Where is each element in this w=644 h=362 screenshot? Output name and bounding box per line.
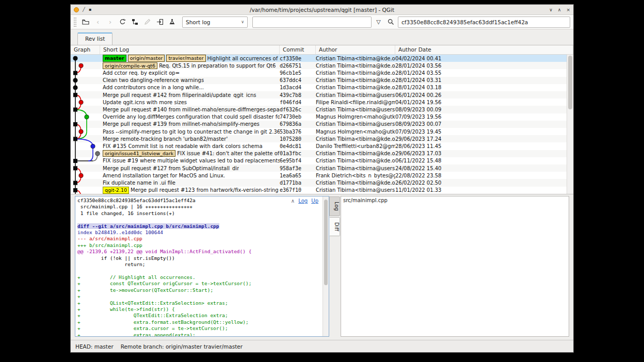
commit-subject: Merge pull request #139 from millnet-mah… [103, 121, 260, 127]
rev-row[interactable]: origin/issue41_listview_darkFIX issue #4… [71, 150, 573, 157]
refresh-button[interactable] [117, 17, 128, 28]
rev-row[interactable]: Merge pull request #140 from millnet-mah… [71, 106, 573, 113]
commit-sha: 6e95bf4 [280, 158, 316, 163]
rev-list-panel: Graph Short Log Commit Author Author Dat… [71, 45, 573, 194]
up-link[interactable]: Up [311, 198, 318, 204]
rev-row[interactable]: Fix duplicate name in .ui filed1771baCri… [71, 179, 573, 186]
rev-row[interactable]: FIX issue #19 where multiple widget valu… [71, 157, 573, 164]
commit-subject: Merge pull request #127 from SubOptimal/… [103, 166, 239, 171]
diff-line: + extras.append(extra); [77, 332, 321, 337]
statusbar-remote: Remote branch: origin/master travier/mas… [121, 343, 243, 350]
log-link[interactable]: Log [298, 198, 308, 204]
commit-date: 26/02/2022 02.50 [395, 180, 573, 186]
commit-subject: Amend installation target for MacOS and … [103, 173, 225, 178]
rev-row[interactable]: Add contributors once in a long while...… [71, 84, 573, 91]
rev-subject-cell: Merge pull request #139 from millnet-mah… [100, 121, 280, 127]
column-header-author-date[interactable]: Author Date [395, 45, 573, 54]
forward-button[interactable]: › [105, 17, 116, 28]
back-button[interactable]: ‹ [92, 17, 103, 28]
rev-subject-cell: qgit-2.10Merge pull request #123 from ha… [100, 187, 280, 194]
rev-list-scrollbar[interactable] [567, 55, 573, 194]
checkout-exit-button[interactable] [154, 17, 165, 28]
commit-author: Frank Dietrich<bits_n_bytes@gmx.... [316, 173, 395, 178]
tree-view-button[interactable] [130, 17, 140, 28]
collapse-caret-icon[interactable]: ∧ [291, 198, 295, 204]
commit-date: 07/09/2023 19.56 [395, 114, 573, 120]
rev-row[interactable]: FIX #135 Commit list is not readable wit… [71, 142, 573, 150]
funnel-icon: ▽ [376, 19, 380, 25]
commit-author: Cristian Tibirna<tibirna@users.nor... [316, 107, 395, 112]
diff-scrollbar-thumb[interactable] [324, 200, 328, 285]
commit-sha: d266751 [280, 63, 316, 69]
rev-subject-cell: Merge pull request #127 from SubOptimal/… [100, 166, 280, 171]
sha-input[interactable] [398, 17, 570, 28]
format-patch-button[interactable] [167, 17, 178, 28]
edit-button[interactable] [142, 17, 153, 28]
menu-icon[interactable]: ▪ [89, 7, 91, 12]
commit-date: 08/09/2023 00.07 [395, 121, 573, 127]
commit-author: Cristian Tibirna<tibirna@kde.org> [316, 151, 395, 156]
commit-date: 28/01/2024 03.18 [395, 85, 573, 90]
rev-row[interactable]: origin/compile-w-qt6Req. Qt5.15 in prepa… [71, 62, 573, 69]
rev-subject-cell: Add contributors once in a long while... [100, 85, 280, 90]
commit-sha: df6326c [280, 107, 316, 112]
commit-graph [71, 55, 100, 194]
rev-row[interactable]: qgit-2.10Merge pull request #123 from ha… [71, 187, 573, 194]
toolbar-drag-handle[interactable] [74, 18, 76, 27]
flask-icon [169, 19, 175, 25]
maximize-button[interactable]: ∧ [558, 7, 561, 12]
search-input[interactable] [252, 17, 372, 28]
screen: ╱ ▪ /var/home/tim/projects/upstream/qgit… [0, 0, 644, 362]
tab-rev-list[interactable]: Rev list [77, 32, 112, 45]
diff-text: cf3350e88cc8c8249385efac63ddf15ac1eff42a… [77, 198, 321, 336]
rev-row[interactable]: Pass --simplify-merges to git log to cou… [71, 128, 573, 135]
diff-line: return; [77, 261, 321, 268]
log-diff-tabbar: LogDiff [329, 196, 341, 237]
pin-icon[interactable]: ╱ [83, 7, 85, 12]
commit-sha: e367f10 [280, 187, 316, 193]
commit-subject: FIX issue #41: don't alter the palette o… [177, 151, 280, 156]
find-button[interactable] [385, 17, 396, 28]
rev-row[interactable]: Amend installation target for MacOS and … [71, 172, 573, 179]
diff-scrollbar[interactable] [323, 196, 329, 336]
column-header-short-log[interactable]: Short Log [100, 45, 280, 54]
titlebar[interactable]: ╱ ▪ /var/home/tim/projects/upstream/qgit… [71, 5, 573, 15]
door-exit-icon [156, 19, 164, 25]
vtab-log[interactable]: Log [329, 196, 340, 216]
commit-author: Filipe Rinaldi<filipe.rinaldi@gmail.c... [316, 100, 395, 105]
rev-row[interactable]: Clean two dangling-reference warnings637… [71, 77, 573, 84]
commit-date: 28/01/2024 03.55 [395, 70, 573, 76]
diff-line: + QTextEdit::ExtraSelection extra; [77, 312, 321, 319]
ref-badge-remote: origin/master [128, 55, 165, 62]
rev-row[interactable]: Add cctor req. by explicit op=96cb1e5Cri… [71, 69, 573, 76]
diff-line: + while(te->find(str)) { [77, 306, 321, 312]
commit-date: 24/08/2022 15.40 [395, 166, 573, 171]
rev-row[interactable]: Merge pull request #139 from millnet-mah… [71, 121, 573, 128]
rev-row[interactable]: Override any log.diffMerges configuratio… [71, 113, 573, 121]
open-repository-button[interactable] [80, 17, 91, 28]
file-list-pane: src/mainimpl.cpp [341, 196, 569, 337]
column-header-graph[interactable]: Graph [71, 45, 100, 54]
log-view-mode-select[interactable]: Short log ∨ [182, 17, 248, 28]
diff-line [77, 217, 321, 223]
rev-row[interactable]: Merge remote-tracking branch 'urban82/ma… [71, 135, 573, 142]
rev-row[interactable]: Merge pull request #127 from SubOptimal/… [71, 164, 573, 172]
rev-row[interactable]: Update qgit.icns with more sizesf046fd4F… [71, 98, 573, 106]
vtab-diff[interactable]: Diff [329, 217, 340, 236]
rev-list-body: masterorigin/mastertravier/masterHighlig… [71, 55, 573, 194]
commit-sha: 53ba376 [280, 129, 316, 135]
rev-row[interactable]: masterorigin/mastertravier/masterHighlig… [71, 55, 573, 62]
commit-sha: cf3350e [280, 56, 316, 61]
diff-line: cf3350e88cc8c8249385efac63ddf15ac1eff42a [77, 198, 321, 204]
rev-row[interactable]: Merge pull request #142 from filiperinal… [71, 91, 573, 98]
file-list-item[interactable]: src/mainimpl.cpp [341, 196, 569, 203]
rev-subject-cell: Merge pull request #140 from millnet-mah… [100, 107, 280, 112]
column-header-commit[interactable]: Commit [280, 45, 316, 54]
filter-button[interactable]: ▽ [373, 17, 384, 28]
commit-sha: 637ddc4 [280, 77, 316, 83]
close-button[interactable]: × [566, 7, 570, 12]
rev-list-scrollbar-thumb[interactable] [568, 56, 572, 109]
minimize-button[interactable]: ∨ [549, 7, 553, 12]
column-header-author[interactable]: Author [316, 45, 395, 54]
log-view-mode-value: Short log [186, 19, 211, 25]
